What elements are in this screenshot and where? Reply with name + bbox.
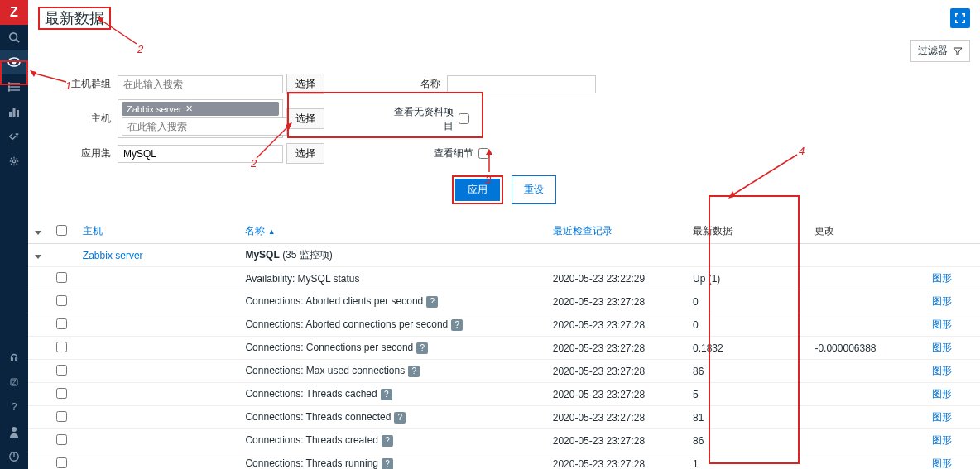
last-data: 0 (686, 313, 808, 337)
table-row: Availability: MySQL status 2020-05-23 23… (28, 267, 980, 290)
graph-link[interactable]: 图形 (932, 365, 952, 376)
monitoring-icon[interactable] (0, 50, 28, 74)
noitem-label: 查看无资料项目 (387, 105, 454, 133)
help-badge-icon[interactable]: ? (416, 342, 428, 354)
graph-link[interactable]: 图形 (932, 388, 952, 400)
reports-icon[interactable] (0, 99, 28, 124)
list-icon[interactable] (0, 74, 28, 99)
sidebar: Z Z ? (0, 0, 28, 469)
help-badge-icon[interactable]: ? (394, 412, 406, 424)
app-input[interactable] (118, 145, 283, 163)
row-checkbox[interactable] (56, 342, 67, 352)
collapse-all-icon[interactable] (35, 231, 41, 235)
last-check: 2020-05-23 23:27:28 (546, 360, 686, 383)
reset-button[interactable]: 重设 (512, 175, 556, 204)
row-checkbox[interactable] (56, 365, 67, 376)
svg-point-0 (10, 33, 17, 41)
filter-toggle[interactable]: 过滤器 (910, 40, 970, 62)
help-icon[interactable]: ? (0, 395, 28, 419)
hostgroup-input[interactable] (118, 75, 283, 93)
svg-rect-10 (9, 112, 12, 117)
hostgroup-select-btn[interactable]: 选择 (286, 74, 324, 94)
col-lastcheck[interactable]: 最近检查记录 (553, 225, 612, 237)
svg-line-1 (17, 40, 20, 43)
name-input[interactable] (447, 75, 596, 93)
host-input[interactable] (122, 117, 287, 136)
table-row: Connections: Threads cached? 2020-05-23 … (28, 383, 980, 406)
graph-link[interactable]: 图形 (932, 457, 952, 469)
host-select-btn[interactable]: 选择 (286, 108, 324, 129)
item-name: Connections: Aborted connections per sec… (238, 313, 545, 337)
page-title: 最新数据 (38, 7, 111, 30)
admin-icon[interactable] (0, 149, 28, 174)
last-check: 2020-05-23 23:27:28 (546, 452, 686, 470)
row-checkbox[interactable] (56, 434, 67, 445)
host-link[interactable]: Zabbix server (83, 250, 143, 261)
row-checkbox[interactable] (56, 295, 67, 306)
last-data: 86 (686, 429, 808, 452)
host-label: 主机 (61, 112, 111, 126)
col-name[interactable]: 名称 ▲ (245, 225, 275, 237)
share-icon[interactable]: Z (0, 370, 28, 395)
col-host[interactable]: 主机 (83, 225, 103, 237)
support-icon[interactable] (0, 345, 28, 370)
collapse-icon[interactable] (35, 255, 41, 259)
table-row: Connections: Threads running? 2020-05-23… (28, 452, 980, 470)
col-change: 更改 (808, 219, 925, 244)
last-check: 2020-05-23 23:27:28 (546, 429, 686, 452)
app-select-btn[interactable]: 选择 (286, 143, 324, 164)
help-badge-icon[interactable]: ? (451, 319, 463, 331)
svg-point-3 (12, 60, 17, 65)
svg-rect-11 (13, 108, 16, 117)
help-badge-icon[interactable]: ? (382, 435, 393, 447)
user-icon[interactable] (0, 419, 28, 444)
filter-icon (953, 46, 963, 56)
graph-link[interactable]: 图形 (932, 318, 952, 330)
last-data: 0 (686, 290, 808, 313)
row-checkbox[interactable] (56, 388, 67, 399)
table-row: Connections: Connections per second? 202… (28, 337, 980, 360)
select-all-checkbox[interactable] (56, 225, 67, 236)
svg-point-8 (8, 86, 10, 88)
change-val (808, 452, 925, 470)
change-val: -0.000006388 (808, 337, 925, 360)
row-checkbox[interactable] (56, 457, 67, 468)
graph-link[interactable]: 图形 (932, 411, 952, 423)
svg-text:Z: Z (12, 379, 17, 386)
item-name: Connections: Threads connected? (238, 406, 545, 429)
last-data: Up (1) (686, 267, 808, 290)
graph-link[interactable]: 图形 (932, 272, 952, 284)
config-icon[interactable] (0, 124, 28, 149)
noitem-checkbox[interactable] (459, 113, 469, 124)
fullscreen-icon[interactable] (950, 8, 970, 28)
host-tag[interactable]: Zabbix server✕ (122, 102, 279, 116)
row-checkbox[interactable] (56, 318, 67, 329)
zabbix-logo[interactable]: Z (0, 0, 28, 25)
name-label: 名称 (407, 77, 440, 91)
item-name: Connections: Max used connections? (238, 360, 545, 383)
help-badge-icon[interactable]: ? (408, 366, 420, 377)
help-badge-icon[interactable]: ? (382, 458, 393, 469)
detail-checkbox[interactable] (478, 148, 489, 159)
change-val (808, 360, 925, 383)
graph-link[interactable]: 图形 (932, 342, 952, 353)
svg-point-7 (8, 83, 10, 84)
remove-tag-icon[interactable]: ✕ (185, 103, 193, 114)
graph-link[interactable]: 图形 (932, 295, 952, 307)
data-table: 主机 名称 ▲ 最近检查记录 最新数据 更改 Zabbix server MyS… (28, 219, 980, 469)
table-row: Connections: Max used connections? 2020-… (28, 360, 980, 383)
search-icon[interactable] (0, 25, 28, 50)
last-data: 81 (686, 406, 808, 429)
item-name: Connections: Threads cached? (238, 383, 545, 406)
svg-point-16 (12, 427, 17, 432)
graph-link[interactable]: 图形 (932, 434, 952, 446)
filter-form: 主机群组 选择 名称 主机 Zabbix server✕ 选择 查看无资料项目 (28, 65, 980, 219)
group-row: Zabbix server MySQL (35 监控项) (28, 244, 980, 267)
help-badge-icon[interactable]: ? (381, 389, 392, 400)
help-badge-icon[interactable]: ? (426, 296, 438, 308)
signout-icon[interactable] (0, 444, 28, 469)
row-checkbox[interactable] (56, 411, 67, 422)
row-checkbox[interactable] (56, 272, 67, 283)
app-label: 应用集 (61, 146, 111, 160)
apply-button[interactable]: 应用 (455, 179, 500, 201)
